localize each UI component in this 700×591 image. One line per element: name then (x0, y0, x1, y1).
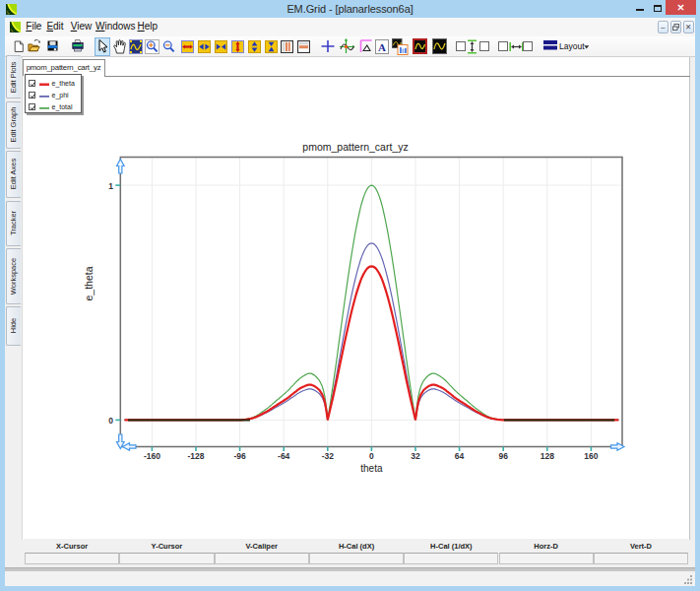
svg-text:128: 128 (541, 451, 554, 461)
svg-text:32: 32 (411, 451, 420, 461)
svg-text:0: 0 (108, 416, 113, 426)
svg-text:1: 1 (108, 181, 113, 191)
svg-text:96: 96 (498, 451, 508, 461)
svg-text:-160: -160 (144, 451, 160, 461)
svg-text:e_theta: e_theta (83, 266, 95, 300)
svg-text:-64: -64 (278, 451, 290, 461)
svg-text:-96: -96 (233, 451, 246, 461)
svg-text:64: 64 (455, 451, 465, 461)
svg-text:-32: -32 (322, 451, 335, 461)
svg-text:160: 160 (584, 451, 598, 461)
svg-text:pmom_pattern_cart_yz: pmom_pattern_cart_yz (302, 141, 408, 153)
svg-text:theta: theta (360, 463, 383, 474)
svg-text:-128: -128 (187, 451, 204, 461)
svg-text:0: 0 (369, 451, 374, 461)
